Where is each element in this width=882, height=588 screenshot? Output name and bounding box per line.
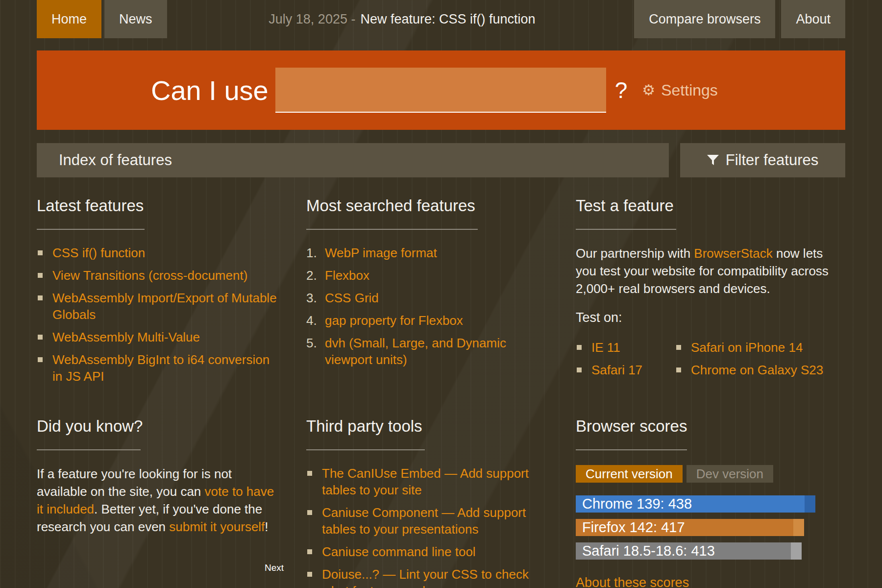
list-item: Caniuse Component — Add support tables t… <box>306 504 551 538</box>
tool-link[interactable]: The CanIUse Embed — Add support tables t… <box>322 465 551 498</box>
list-item: 1. WebP image format <box>306 245 551 261</box>
latest-features-heading: Latest features <box>37 196 282 216</box>
section-divider <box>37 449 141 450</box>
score-version-tabs: Current version Dev version <box>576 465 845 483</box>
feature-link[interactable]: dvh (Small, Large, and Dynamic viewport … <box>325 335 551 368</box>
square-bullet-icon <box>307 471 312 476</box>
tab-current-version[interactable]: Current version <box>576 465 683 483</box>
nav-about-button[interactable]: About <box>781 0 845 38</box>
nav-home-button[interactable]: Home <box>37 0 101 38</box>
index-filter-row: Index of features Filter features <box>37 143 845 177</box>
test-target-link[interactable]: Chrome on Galaxy S23 <box>691 362 823 378</box>
feature-link[interactable]: CSS Grid <box>325 290 379 306</box>
square-bullet-icon <box>676 368 681 372</box>
list-number: 3. <box>306 290 325 306</box>
list-item: The CanIUse Embed — Add support tables t… <box>306 465 551 498</box>
list-item: Doiuse...? — Lint your CSS to check what… <box>306 566 551 588</box>
list-item: Safari on iPhone 14 <box>675 339 823 356</box>
did-you-know-heading: Did you know? <box>37 416 282 436</box>
square-bullet-icon <box>38 357 43 362</box>
browser-scores-chart: Chrome 139: 438Firefox 142: 417Safari 18… <box>576 495 845 560</box>
top-navigation: Home News July 18, 2025 - New feature: C… <box>37 0 845 38</box>
feature-link[interactable]: CSS if() function <box>52 245 145 261</box>
tool-link[interactable]: Doiuse...? — Lint your CSS to check what… <box>322 566 551 588</box>
feature-link[interactable]: WebAssembly Import/Export of Mutable Glo… <box>52 290 282 323</box>
nav-compare-browsers-button[interactable]: Compare browsers <box>634 0 775 38</box>
feature-link[interactable]: WebAssembly Multi-Value <box>52 329 200 345</box>
list-number: 4. <box>306 312 325 329</box>
score-bar-label: Safari 18.5-18.6: 413 <box>576 543 715 559</box>
news-ticker: July 18, 2025 - New feature: CSS if() fu… <box>170 0 635 38</box>
third-party-tools-heading: Third party tools <box>306 416 551 436</box>
test-a-feature-heading: Test a feature <box>576 196 845 216</box>
latest-features-list: CSS if() function View Transitions (cros… <box>37 245 282 385</box>
feature-link[interactable]: View Transitions (cross-document) <box>52 267 247 284</box>
search-help-link[interactable]: ? <box>615 77 628 103</box>
score-bar-label: Chrome 139: 438 <box>576 496 692 512</box>
funnel-icon <box>707 155 719 166</box>
list-item: Safari 17 <box>576 362 675 378</box>
dyk-text: If a feature you're looking for is not a… <box>37 466 232 499</box>
list-item: WebAssembly Multi-Value <box>37 329 282 345</box>
filter-features-button[interactable]: Filter features <box>680 143 845 177</box>
third-party-tools-list: The CanIUse Embed — Add support tables t… <box>306 465 551 588</box>
list-item: WebAssembly BigInt to i64 conversion in … <box>37 351 282 385</box>
square-bullet-icon <box>577 368 582 372</box>
feature-search-input[interactable] <box>275 68 606 113</box>
square-bullet-icon <box>577 345 582 350</box>
list-item: CSS if() function <box>37 245 282 261</box>
about-these-scores-link[interactable]: About these scores <box>576 575 689 588</box>
test-target-link[interactable]: IE 11 <box>591 339 620 356</box>
feature-link[interactable]: WebAssembly BigInt to i64 conversion in … <box>52 351 282 385</box>
ticker-announcement[interactable]: New feature: CSS if() function <box>360 12 535 27</box>
list-item: 3. CSS Grid <box>306 290 551 306</box>
nav-news-button[interactable]: News <box>104 0 167 38</box>
submit-link[interactable]: submit it yourself <box>169 519 265 534</box>
browser-score-bar: Chrome 139: 438 <box>576 495 815 513</box>
tool-link[interactable]: Caniuse command line tool <box>322 543 476 560</box>
feature-link[interactable]: Flexbox <box>325 267 369 284</box>
tab-dev-version[interactable]: Dev version <box>686 465 773 483</box>
square-bullet-icon <box>38 273 43 278</box>
feature-link[interactable]: gap property for Flexbox <box>325 312 463 329</box>
browser-scores-section: Browser scores Current version Dev versi… <box>576 416 845 588</box>
list-item: 4. gap property for Flexbox <box>306 312 551 329</box>
browserstack-link[interactable]: BrowserStack <box>694 246 772 261</box>
section-divider <box>576 449 687 450</box>
square-bullet-icon <box>676 345 681 350</box>
test-target-link[interactable]: Safari on iPhone 14 <box>691 339 803 356</box>
tool-link[interactable]: Caniuse Component — Add support tables t… <box>322 504 551 538</box>
square-bullet-icon <box>38 335 43 340</box>
intro-text: Our partnership with <box>576 246 694 261</box>
caniuse-homepage: Home News July 18, 2025 - New feature: C… <box>0 0 882 588</box>
score-bar-tip <box>805 495 815 513</box>
latest-features-section: Latest features CSS if() function View T… <box>37 196 282 391</box>
test-targets-right: Safari on iPhone 14 Chrome on Galaxy S23 <box>675 339 823 384</box>
square-bullet-icon <box>38 250 43 255</box>
test-targets: IE 11 Safari 17 Safari on iPhone 14 <box>576 339 845 384</box>
most-searched-heading: Most searched features <box>306 196 551 216</box>
browser-scores-heading: Browser scores <box>576 416 845 436</box>
site-title: Can I use <box>151 74 269 106</box>
filter-features-label: Filter features <box>726 151 819 169</box>
settings-button[interactable]: ⚙ Settings <box>642 81 718 99</box>
section-divider <box>306 449 425 450</box>
square-bullet-icon <box>307 510 312 515</box>
browserstack-intro: Our partnership with BrowserStack now le… <box>576 245 845 297</box>
square-bullet-icon <box>307 549 312 554</box>
did-you-know-section: Did you know? If a feature you're lookin… <box>37 416 282 588</box>
feature-link[interactable]: WebP image format <box>325 245 437 261</box>
list-number: 2. <box>306 267 325 284</box>
test-target-link[interactable]: Safari 17 <box>591 362 642 378</box>
did-you-know-text: If a feature you're looking for is not a… <box>37 465 282 536</box>
test-a-feature-section: Test a feature Our partnership with Brow… <box>576 196 845 391</box>
list-item: 5. dvh (Small, Large, and Dynamic viewpo… <box>306 335 551 368</box>
list-item: IE 11 <box>576 339 675 356</box>
content-row-2: Did you know? If a feature you're lookin… <box>37 416 845 588</box>
section-divider <box>37 229 145 230</box>
section-divider <box>576 229 676 230</box>
next-button[interactable]: Next <box>265 563 284 573</box>
score-bar-tip <box>793 519 804 536</box>
square-bullet-icon <box>307 572 312 577</box>
content-row-1: Latest features CSS if() function View T… <box>37 196 845 391</box>
